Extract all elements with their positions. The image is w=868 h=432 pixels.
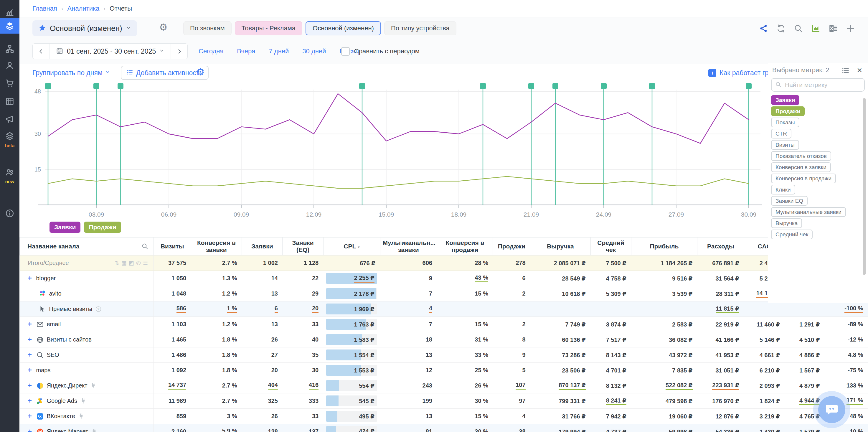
metric-chip-Продажи[interactable]: Продажи — [771, 106, 805, 116]
column-header[interactable]: Конверсия в продажи — [437, 238, 493, 255]
metric-chip-Показатель отказов[interactable]: Показатель отказов — [771, 151, 831, 161]
activity-marker[interactable] — [93, 83, 99, 89]
totals-row-icons[interactable]: ⇅▦◩✆☰ — [115, 259, 150, 267]
tab-По типу устройства[interactable]: По типу устройства — [384, 21, 456, 35]
table-row-ВКонтакте[interactable]: +ВКонтакте8593 %2633495 ₽1315 %431 766 ₽… — [20, 409, 868, 424]
area-chart-button[interactable] — [811, 24, 820, 33]
add-activity-button[interactable]: Добавить активность — [121, 66, 209, 80]
chart-settings-gear-icon[interactable]: ⚙ — [196, 66, 205, 78]
activity-marker[interactable] — [528, 83, 534, 89]
sidebar-item-person[interactable] — [0, 58, 20, 73]
compare-period-checkbox[interactable] — [341, 47, 350, 56]
tab-По звонкам[interactable]: По звонкам — [183, 21, 231, 35]
column-header[interactable]: CPL▾ — [323, 238, 380, 255]
legend-chip-Заявки[interactable]: Заявки — [50, 222, 81, 233]
quick-date-30 дней[interactable]: 30 дней — [302, 48, 326, 55]
activity-marker[interactable] — [359, 83, 365, 89]
quick-date-7 дней[interactable]: 7 дней — [269, 48, 289, 55]
column-header-channel[interactable]: Название канала — [20, 238, 154, 255]
list-view-icon[interactable] — [842, 67, 849, 75]
metric-chip-Заявки[interactable]: Заявки — [771, 95, 799, 105]
sidebar-item-people[interactable] — [0, 164, 20, 180]
quick-date-Сегодня[interactable]: Сегодня — [198, 48, 223, 55]
metrics-scrollbar[interactable] — [863, 98, 866, 275]
chat-widget-button[interactable] — [818, 396, 845, 423]
column-header[interactable]: Мультиканальн... заявки — [380, 238, 437, 255]
expand-button[interactable]: + — [28, 397, 33, 405]
metric-chip-Конверсия в заявки[interactable]: Конверсия в заявки — [771, 162, 831, 172]
table-row-SEO[interactable]: +SEO1 4861.8 %27351 554 ₽1333 %973 286 ₽… — [20, 347, 868, 363]
expand-button[interactable]: + — [28, 412, 33, 420]
prev-period-button[interactable] — [33, 43, 50, 59]
metric-chip-CTR[interactable]: CTR — [771, 129, 792, 138]
sidebar-item-megaphone[interactable] — [0, 112, 20, 127]
column-header[interactable]: Расходы — [698, 238, 744, 255]
table-row-blogger[interactable]: +blogger1 0501.3 %14222 255 ₽943 %628 54… — [20, 271, 868, 286]
expand-button[interactable]: + — [28, 336, 33, 344]
expand-button[interactable]: + — [28, 274, 33, 282]
activity-marker[interactable] — [601, 83, 607, 89]
breadcrumb-item[interactable]: Аналитика — [67, 5, 99, 12]
activity-marker[interactable] — [553, 83, 558, 89]
column-header[interactable]: Визиты — [154, 238, 191, 255]
table-row-Яндекс.Директ[interactable]: +Яндекс.Директ14 7372.7 %404416554 ₽2432… — [20, 378, 868, 393]
excel-button[interactable] — [829, 24, 838, 33]
share-button[interactable] — [759, 24, 768, 33]
sidebar-item-layers-plus[interactable] — [0, 18, 20, 34]
profile-settings-gear-icon[interactable]: ⚙ — [159, 22, 168, 33]
expand-button[interactable]: + — [28, 320, 33, 328]
column-header[interactable]: Выручка — [530, 238, 590, 255]
metric-chip-Мультиканальные заявки[interactable]: Мультиканальные заявки — [771, 207, 846, 217]
metric-chip-Конверсия в продажи[interactable]: Конверсия в продажи — [771, 174, 836, 183]
breadcrumb-item[interactable]: Главная — [32, 5, 57, 12]
activity-marker[interactable] — [480, 83, 486, 89]
metric-chip-Заявки EQ[interactable]: Заявки EQ — [771, 196, 808, 206]
metrics-line-chart[interactable]: 15304803.0906.0909.0912.0915.0918.0921.0… — [20, 82, 770, 218]
metric-chip-Средний чек[interactable]: Средний чек — [771, 229, 813, 239]
expand-button[interactable]: + — [28, 366, 33, 374]
sidebar-item-grid[interactable] — [0, 94, 20, 109]
metric-search-input[interactable] — [784, 81, 861, 89]
expand-button[interactable]: + — [28, 351, 33, 359]
sidebar-item-info[interactable] — [0, 206, 20, 221]
plus-button[interactable] — [846, 24, 855, 33]
column-header[interactable]: Заявки (EQ) — [283, 238, 323, 255]
sidebar-item-analytics[interactable] — [0, 5, 20, 20]
metric-chip-Клики[interactable]: Клики — [771, 185, 795, 194]
refresh-button[interactable] — [776, 24, 785, 33]
table-row-email[interactable]: +email1 1031.2 %13331 763 ₽715 %27 749 ₽… — [20, 317, 868, 332]
report-profile-selector[interactable]: Основной (изменен) — [32, 20, 137, 36]
activity-marker[interactable] — [746, 83, 752, 89]
activity-marker[interactable] — [45, 83, 51, 89]
table-row-avito[interactable]: avito1 0481.2 %13292 178 ₽715 %210 618 ₽… — [20, 286, 868, 302]
sidebar-item-cart[interactable] — [0, 75, 20, 91]
close-icon[interactable]: × — [857, 65, 862, 75]
tab-Основной (изменен)[interactable]: Основной (изменен) — [306, 21, 381, 35]
activity-marker[interactable] — [649, 83, 655, 89]
activity-marker[interactable] — [118, 83, 123, 89]
tab-Товары - Реклама[interactable]: Товары - Реклама — [235, 21, 302, 35]
sidebar-item-sitemap[interactable] — [0, 41, 20, 57]
search-button[interactable] — [794, 24, 803, 33]
column-header[interactable]: Средний чек — [590, 238, 631, 255]
table-row-maps[interactable]: +maps1 0921.8 %20301 553 ₽1225 %523 506 … — [20, 363, 868, 378]
date-range-picker[interactable]: 01 сент. 2025 - 30 сент. 2025 — [50, 43, 170, 59]
group-by-selector[interactable]: Группировать по дням — [32, 64, 110, 82]
column-header[interactable]: Прибыль — [631, 238, 698, 255]
table-row-Яндекс.Маркет[interactable]: +Яндекс.Маркет2 1605.9 %128137424 ₽8130 … — [20, 424, 868, 432]
expand-button[interactable]: + — [28, 428, 33, 432]
table-row-Визиты с сайтов[interactable]: +Визиты с сайтов1 4651.8 %26401 583 ₽183… — [20, 332, 868, 347]
column-header[interactable]: Продажи — [493, 238, 530, 255]
quick-date-Вчера[interactable]: Вчера — [237, 48, 255, 55]
table-row-Прямые визиты[interactable]: Прямые визиты?5861 %6201 969 ₽411 815 ₽-… — [20, 302, 868, 317]
table-row-Google Ads[interactable]: +Google Ads11 9892.7 %325333545 ₽19930 %… — [20, 393, 868, 409]
metric-chip-Выручка[interactable]: Выручка — [771, 218, 802, 228]
column-header[interactable]: Конверсия в заявки — [191, 238, 242, 255]
column-header[interactable]: Заявки — [242, 238, 283, 255]
sidebar-item-layers[interactable] — [0, 128, 20, 144]
legend-chip-Продажи[interactable]: Продажи — [84, 222, 121, 233]
metric-chip-Показы[interactable]: Показы — [771, 118, 799, 127]
metric-chip-Визиты[interactable]: Визиты — [771, 140, 799, 150]
next-period-button[interactable] — [170, 43, 187, 59]
expand-button[interactable]: + — [28, 381, 33, 390]
